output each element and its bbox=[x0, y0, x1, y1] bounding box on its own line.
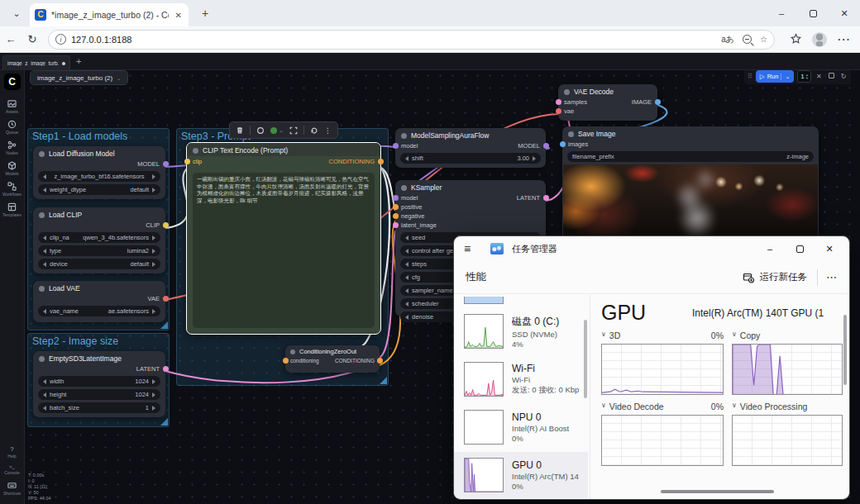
collapse-dot[interactable] bbox=[401, 133, 407, 139]
prev-arrow-icon[interactable] bbox=[43, 174, 46, 179]
next-arrow-icon[interactable] bbox=[152, 174, 155, 179]
collapse-dot[interactable] bbox=[39, 212, 45, 218]
next-arrow-icon[interactable] bbox=[152, 392, 155, 397]
next-arrow-icon[interactable] bbox=[533, 156, 536, 161]
taskmgr-minimize-button[interactable]: – bbox=[755, 238, 785, 259]
window-minimize-button[interactable]: – bbox=[766, 0, 797, 26]
sidebar-item-shortcuts[interactable]: Shortcuts bbox=[0, 478, 25, 504]
chart-3d[interactable] bbox=[601, 344, 724, 395]
chart-video-decode[interactable] bbox=[601, 415, 724, 466]
site-info-icon[interactable]: i bbox=[55, 34, 66, 45]
workflow-tab[interactable]: image_z_image_turb... bbox=[2, 55, 70, 70]
input-slot-model[interactable] bbox=[393, 143, 399, 149]
collapse-dot[interactable] bbox=[39, 151, 45, 157]
reload-button[interactable]: ↻ bbox=[22, 33, 43, 45]
node-save-image[interactable]: Save Image images filename_prefix z-imag… bbox=[562, 126, 819, 240]
delete-node-icon[interactable] bbox=[236, 126, 244, 135]
collapse-dot[interactable] bbox=[564, 89, 570, 95]
stepper-down-icon[interactable]: ▾ bbox=[806, 77, 808, 80]
node-load-clip[interactable]: Load CLIP CLIP clip_na qwen_3_4b.safeten… bbox=[33, 207, 165, 273]
widget-height[interactable]: height 1024 bbox=[38, 389, 160, 400]
sidebar-item-workflows[interactable]: Workflows bbox=[0, 179, 25, 200]
collapse-dot[interactable] bbox=[39, 356, 45, 362]
zoom-out-icon[interactable] bbox=[743, 35, 752, 44]
prev-arrow-icon[interactable] bbox=[405, 156, 408, 161]
next-arrow-icon[interactable] bbox=[152, 379, 155, 384]
output-slot-conditioning[interactable] bbox=[378, 159, 384, 164]
drag-handle[interactable]: ⠿ bbox=[748, 73, 752, 80]
prev-arrow-icon[interactable] bbox=[405, 315, 408, 320]
sidebar-item-console[interactable]: >_ Console bbox=[0, 462, 25, 478]
prev-arrow-icon[interactable] bbox=[43, 406, 46, 411]
output-slot-latent[interactable] bbox=[543, 195, 549, 201]
sidebar-item-help[interactable]: ? Help bbox=[0, 443, 25, 462]
input-slot-vae[interactable] bbox=[556, 108, 561, 114]
input-slot-clip[interactable] bbox=[184, 159, 190, 164]
input-slot-positive[interactable] bbox=[393, 204, 399, 210]
prev-arrow-icon[interactable] bbox=[43, 392, 46, 397]
prev-arrow-icon[interactable] bbox=[405, 275, 408, 280]
node-vae-decode[interactable]: VAE Decode samples IMAGE vae bbox=[558, 84, 657, 121]
horizontal-scrollbar[interactable] bbox=[661, 490, 774, 493]
widget-device[interactable]: device default bbox=[38, 259, 160, 269]
chart-video-processing[interactable] bbox=[732, 415, 843, 466]
clear-queue-button[interactable] bbox=[827, 73, 836, 80]
output-slot-vae[interactable] bbox=[163, 296, 169, 302]
bypass-node-icon[interactable] bbox=[256, 126, 265, 135]
sidebar-item-queue[interactable]: Queue bbox=[0, 117, 25, 138]
task-manager-window[interactable]: ≡ 任务管理器 – ✕ 性能 运行新任务 ⋯ 磁盘 0 (C:) SSD (NV… bbox=[453, 235, 850, 500]
run-new-task-button[interactable]: 运行新任务 bbox=[743, 271, 818, 283]
collapse-dot[interactable] bbox=[401, 185, 407, 191]
next-arrow-icon[interactable] bbox=[152, 235, 155, 240]
widget-clip-name[interactable]: clip_na qwen_3_4b.safetensors bbox=[38, 232, 160, 243]
prev-arrow-icon[interactable] bbox=[405, 235, 408, 240]
profile-avatar[interactable] bbox=[812, 32, 827, 47]
input-slot-model[interactable] bbox=[393, 195, 399, 201]
url-text[interactable]: 127.0.0.1:8188 bbox=[71, 35, 716, 45]
taskmgr-menu-icon[interactable]: ≡ bbox=[464, 242, 484, 255]
node-conditioning-zero-out[interactable]: ConditioningZeroOut conditioning CONDITI… bbox=[285, 345, 380, 373]
address-bar[interactable]: i 127.0.0.1:8188 aあ ☆ bbox=[48, 30, 775, 50]
batch-count-stepper[interactable]: 1 ▴▾ bbox=[797, 70, 811, 83]
node-model-sampling-auraflow[interactable]: ModelSamplingAuraFlow model MODEL shift … bbox=[395, 128, 546, 168]
node-load-vae[interactable]: Load VAE VAE vae_name ae.safetensors bbox=[33, 281, 165, 322]
widget-weight-dtype[interactable]: weight_dtype default bbox=[38, 184, 160, 195]
widget-width[interactable]: width 1024 bbox=[38, 376, 160, 387]
prev-arrow-icon[interactable] bbox=[43, 188, 46, 193]
node-clip-text-encode[interactable]: CLIP Text Encode (Prompt) clip CONDITION… bbox=[186, 142, 381, 335]
taskmgr-titlebar[interactable]: ≡ 任务管理器 – ✕ bbox=[454, 236, 849, 261]
collapse-dot[interactable] bbox=[39, 286, 45, 292]
collapse-dot[interactable] bbox=[193, 148, 198, 154]
next-arrow-icon[interactable] bbox=[152, 406, 155, 411]
run-button[interactable]: ▷ Run ⌄ bbox=[756, 70, 794, 83]
node-empty-sd3-latent-image[interactable]: EmptySD3LatentImage LATENT width 1024 he… bbox=[33, 351, 165, 417]
collapse-dot[interactable] bbox=[290, 349, 295, 354]
chart-label-3d[interactable]: ∨ 3D 0% bbox=[601, 330, 724, 340]
prev-arrow-icon[interactable] bbox=[43, 379, 46, 384]
prev-arrow-icon[interactable] bbox=[43, 309, 46, 314]
next-arrow-icon[interactable] bbox=[152, 249, 155, 254]
widget-batch-size[interactable]: batch_size 1 bbox=[38, 402, 160, 413]
list-item-wifi[interactable]: Wi-Fi Wi-Fi 发送: 0 接收: 0 Kbp bbox=[454, 356, 588, 402]
comfy-logo[interactable]: C bbox=[4, 74, 21, 90]
output-slot-model[interactable] bbox=[163, 161, 169, 167]
workflow-select[interactable]: image_z_image_turbo (2) ⌄ bbox=[30, 70, 128, 85]
group-resize-handle[interactable] bbox=[160, 321, 168, 329]
chart-label-video-processing[interactable]: ∨ Video Processing bbox=[732, 402, 843, 411]
input-slot-latent-image[interactable] bbox=[393, 222, 399, 228]
chart-label-video-decode[interactable]: ∨ Video Decode 0% bbox=[601, 402, 724, 411]
back-button[interactable]: ← bbox=[0, 33, 22, 45]
tab-close-icon[interactable]: ✕ bbox=[174, 11, 184, 20]
widget-type[interactable]: type lumina2 bbox=[38, 245, 160, 256]
vertical-scrollbar[interactable] bbox=[843, 315, 847, 385]
chart-label-copy[interactable]: ∨ Copy bbox=[732, 330, 843, 340]
widget-shift[interactable]: shift 3.00 bbox=[400, 153, 541, 164]
next-arrow-icon[interactable] bbox=[152, 309, 155, 314]
translate-icon[interactable]: aあ bbox=[721, 34, 734, 45]
next-arrow-icon[interactable] bbox=[152, 262, 155, 267]
node-load-diffusion-model[interactable]: Load Diffusion Model MODEL z_image_turbo… bbox=[33, 146, 165, 199]
favorites-star-icon[interactable]: ☆ bbox=[760, 35, 767, 44]
next-arrow-icon[interactable] bbox=[152, 188, 155, 193]
input-slot-images[interactable] bbox=[560, 141, 566, 147]
generated-image-preview[interactable] bbox=[563, 164, 818, 238]
